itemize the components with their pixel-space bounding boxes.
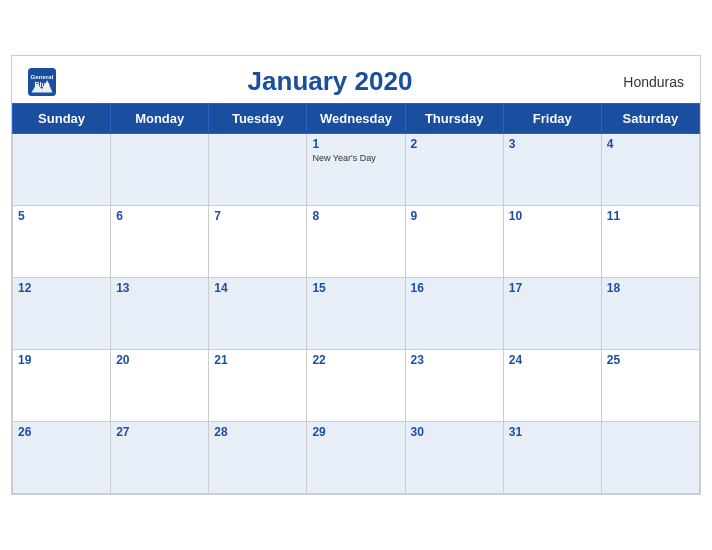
day-number: 25 bbox=[607, 353, 694, 367]
day-cell: 24 bbox=[503, 350, 601, 422]
day-cell: 11 bbox=[601, 206, 699, 278]
day-number: 19 bbox=[18, 353, 105, 367]
day-cell: 30 bbox=[405, 422, 503, 494]
day-number: 2 bbox=[411, 137, 498, 151]
col-thursday: Thursday bbox=[405, 104, 503, 134]
col-saturday: Saturday bbox=[601, 104, 699, 134]
day-cell: 7 bbox=[209, 206, 307, 278]
day-cell: 14 bbox=[209, 278, 307, 350]
day-cell: 26 bbox=[13, 422, 111, 494]
day-number: 31 bbox=[509, 425, 596, 439]
day-number: 5 bbox=[18, 209, 105, 223]
calendar: General Blue January 2020 Honduras Sunda… bbox=[11, 55, 701, 495]
day-number: 29 bbox=[312, 425, 399, 439]
day-cell bbox=[111, 134, 209, 206]
col-monday: Monday bbox=[111, 104, 209, 134]
day-cell: 10 bbox=[503, 206, 601, 278]
day-number: 4 bbox=[607, 137, 694, 151]
day-cell bbox=[13, 134, 111, 206]
day-number: 26 bbox=[18, 425, 105, 439]
week-row-5: 262728293031 bbox=[13, 422, 700, 494]
week-row-2: 567891011 bbox=[13, 206, 700, 278]
day-number: 14 bbox=[214, 281, 301, 295]
day-number: 23 bbox=[411, 353, 498, 367]
col-tuesday: Tuesday bbox=[209, 104, 307, 134]
day-number: 15 bbox=[312, 281, 399, 295]
day-cell: 19 bbox=[13, 350, 111, 422]
calendar-table: Sunday Monday Tuesday Wednesday Thursday… bbox=[12, 103, 700, 494]
day-cell: 23 bbox=[405, 350, 503, 422]
day-cell: 1New Year's Day bbox=[307, 134, 405, 206]
day-cell: 27 bbox=[111, 422, 209, 494]
day-number: 30 bbox=[411, 425, 498, 439]
day-cell: 22 bbox=[307, 350, 405, 422]
col-wednesday: Wednesday bbox=[307, 104, 405, 134]
day-number: 13 bbox=[116, 281, 203, 295]
day-cell: 15 bbox=[307, 278, 405, 350]
week-row-1: 1New Year's Day234 bbox=[13, 134, 700, 206]
logo: General Blue bbox=[28, 68, 56, 96]
day-cell: 6 bbox=[111, 206, 209, 278]
col-friday: Friday bbox=[503, 104, 601, 134]
svg-text:General: General bbox=[31, 73, 54, 80]
day-number: 18 bbox=[607, 281, 694, 295]
day-cell: 3 bbox=[503, 134, 601, 206]
day-cell bbox=[209, 134, 307, 206]
day-cell: 8 bbox=[307, 206, 405, 278]
day-number: 9 bbox=[411, 209, 498, 223]
day-cell: 2 bbox=[405, 134, 503, 206]
day-cell: 18 bbox=[601, 278, 699, 350]
week-row-4: 19202122232425 bbox=[13, 350, 700, 422]
day-cell: 29 bbox=[307, 422, 405, 494]
day-number: 1 bbox=[312, 137, 399, 151]
day-number: 20 bbox=[116, 353, 203, 367]
days-header-row: Sunday Monday Tuesday Wednesday Thursday… bbox=[13, 104, 700, 134]
col-sunday: Sunday bbox=[13, 104, 111, 134]
day-number: 21 bbox=[214, 353, 301, 367]
day-cell: 17 bbox=[503, 278, 601, 350]
day-number: 8 bbox=[312, 209, 399, 223]
day-number: 7 bbox=[214, 209, 301, 223]
day-cell: 12 bbox=[13, 278, 111, 350]
day-number: 11 bbox=[607, 209, 694, 223]
month-title: January 2020 bbox=[56, 66, 604, 97]
day-number: 12 bbox=[18, 281, 105, 295]
holiday-label: New Year's Day bbox=[312, 153, 399, 163]
week-row-3: 12131415161718 bbox=[13, 278, 700, 350]
day-number: 10 bbox=[509, 209, 596, 223]
day-cell: 20 bbox=[111, 350, 209, 422]
day-cell: 9 bbox=[405, 206, 503, 278]
day-cell: 31 bbox=[503, 422, 601, 494]
day-cell: 25 bbox=[601, 350, 699, 422]
day-cell: 28 bbox=[209, 422, 307, 494]
day-number: 28 bbox=[214, 425, 301, 439]
day-cell: 5 bbox=[13, 206, 111, 278]
day-number: 24 bbox=[509, 353, 596, 367]
day-cell: 4 bbox=[601, 134, 699, 206]
calendar-header: General Blue January 2020 Honduras bbox=[12, 56, 700, 103]
day-number: 6 bbox=[116, 209, 203, 223]
day-cell: 16 bbox=[405, 278, 503, 350]
day-cell bbox=[601, 422, 699, 494]
logo-icon: General Blue bbox=[28, 68, 56, 96]
day-number: 17 bbox=[509, 281, 596, 295]
day-cell: 13 bbox=[111, 278, 209, 350]
day-cell: 21 bbox=[209, 350, 307, 422]
day-number: 3 bbox=[509, 137, 596, 151]
day-number: 22 bbox=[312, 353, 399, 367]
country-label: Honduras bbox=[604, 74, 684, 90]
day-number: 16 bbox=[411, 281, 498, 295]
day-number: 27 bbox=[116, 425, 203, 439]
